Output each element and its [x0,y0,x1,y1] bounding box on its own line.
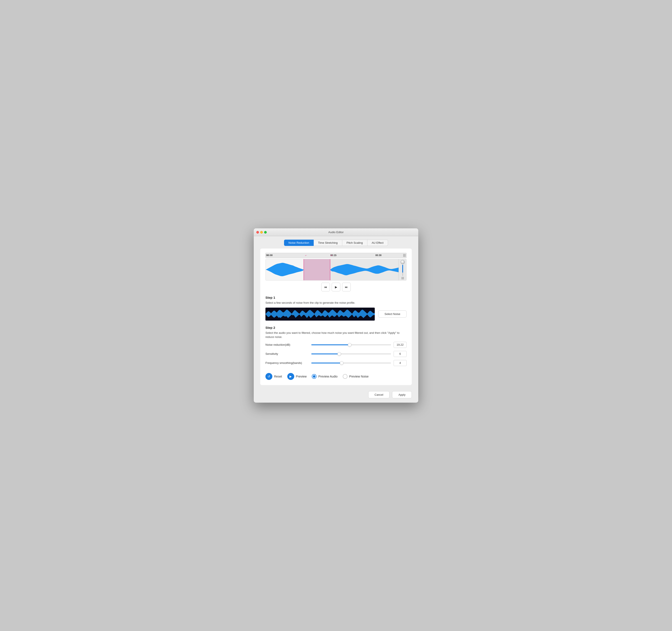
marker-left: ⌐ [305,253,307,257]
tab-pitch-scaling[interactable]: Pitch Scaling [342,240,367,246]
bottom-controls: ↺ Reset ▶ Preview Preview Audio Preview … [265,370,407,380]
slider-value-sensitivity[interactable]: 6 [393,351,407,357]
slider-value-noise-reduction[interactable]: 19.22 [393,342,407,348]
preview-audio-label: Preview Audio [318,375,337,378]
volume-track [402,265,403,276]
slider-fill-noise-reduction [311,344,350,345]
step1-title: Step 1 [265,296,407,299]
slider-value-freq-smoothing[interactable]: 4 [393,360,407,366]
slider-track-noise-reduction[interactable] [311,344,391,345]
noise-waveform [265,308,375,321]
reset-icon: ↺ [265,373,272,380]
slider-label-sensitivity: Sensitivity [265,352,309,356]
slider-row-sensitivity: Sensitivity 6 [265,351,407,357]
play-icon: ▶ [335,285,337,289]
slider-track-freq-smoothing[interactable] [311,363,391,363]
preview-noise-label: Preview Noise [349,375,368,378]
marker-right: ¬ [330,253,332,257]
preview-noise-button[interactable]: Preview Noise [343,374,368,379]
preview-audio-radio[interactable] [312,374,316,379]
minimize-button[interactable] [260,231,263,234]
preview-button[interactable]: ▶ Preview [287,373,307,380]
footer: Cancel Apply [254,389,418,403]
skip-forward-button[interactable]: ⏭ [342,283,351,291]
slider-label-freq-smoothing: Frequency smoothing(bands) [265,361,309,365]
tab-time-stretching[interactable]: Time Stretching [314,240,342,246]
slider-fill-freq-smoothing [311,363,342,363]
slider-row-freq-smoothing: Frequency smoothing(bands) 4 [265,360,407,366]
select-noise-button[interactable]: Select Noise [378,310,407,318]
step1-description: Select a few seconds of noise from the c… [265,301,407,305]
slider-thumb-noise-reduction[interactable] [348,343,351,346]
svg-rect-2 [304,259,330,280]
preview-icon: ▶ [287,373,294,380]
window-controls [256,231,267,234]
transport-controls: ⏮ ▶ ⏭ [265,283,407,291]
radio-inner [313,375,315,378]
waveform-svg [266,259,406,280]
main-waveform[interactable] [265,259,407,281]
preview-label: Preview [296,375,307,378]
skip-back-button[interactable]: ⏮ [321,283,330,291]
volume-knob[interactable] [401,260,405,264]
cancel-button[interactable]: Cancel [368,391,389,398]
window-title: Audio Editor [329,230,344,234]
slider-thumb-freq-smoothing[interactable] [340,361,343,365]
slider-track-sensitivity[interactable] [311,354,391,354]
preview-noise-radio[interactable] [343,374,347,379]
time-label-30: 00:30 [376,254,381,257]
slider-row-noise-reduction: Noise reduction(dB) 19.22 [265,342,407,348]
slider-label-noise-reduction: Noise reduction(dB) [265,343,309,346]
step2-description: Select the audio you want to filtered, c… [265,331,407,339]
volume-slider[interactable] [399,259,406,280]
step2-title: Step 2 [265,326,407,330]
skip-forward-icon: ⏭ [345,285,348,289]
tab-au-effect[interactable]: AU Effect [367,240,388,246]
ruler-grip [403,254,406,257]
audio-editor-window: Audio Editor Noise Reduction Time Stretc… [254,228,418,403]
apply-button[interactable]: Apply [392,391,412,398]
maximize-button[interactable] [264,231,267,234]
slider-fill-sensitivity [311,354,339,354]
timeline: ▷ 00:00 00:15 00:30 ⌐ ¬ [265,253,407,258]
content-panel: ▷ 00:00 00:15 00:30 ⌐ ¬ [260,248,412,385]
play-button[interactable]: ▶ [332,283,340,291]
skip-back-icon: ⏮ [324,285,327,289]
slider-thumb-sensitivity[interactable] [337,352,341,356]
timeline-ruler: ▷ 00:00 00:15 00:30 ⌐ ¬ [265,253,407,258]
tabs-bar: Noise Reduction Time Stretching Pitch Sc… [254,236,418,248]
waveform-grip [402,277,404,280]
noise-waveform-svg [265,308,375,321]
time-label-0: 00:00 [266,254,272,257]
titlebar: Audio Editor [254,228,418,236]
reset-button[interactable]: ↺ Reset [265,373,282,380]
tab-noise-reduction[interactable]: Noise Reduction [284,240,314,246]
reset-label: Reset [274,375,282,378]
close-button[interactable] [256,231,259,234]
preview-audio-button[interactable]: Preview Audio [312,374,337,379]
noise-waveform-row: Select Noise [265,308,407,321]
